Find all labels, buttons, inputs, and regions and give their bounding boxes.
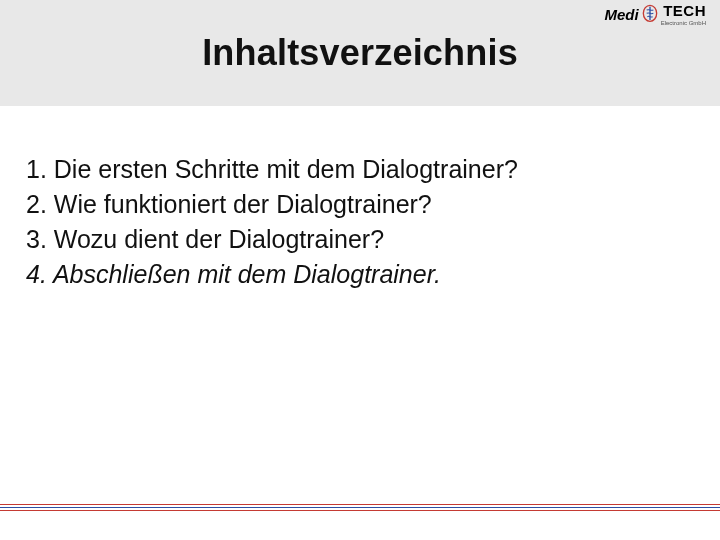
slide: Inhaltsverzeichnis Medi TECH Electronic …: [0, 0, 720, 540]
footer-divider: [0, 504, 720, 512]
brand-subtext: Electronic GmbH: [661, 20, 706, 26]
divider-line-red: [0, 504, 720, 505]
item-number: 4.: [26, 260, 47, 288]
list-item: 2. Wie funktioniert der Dialogtrainer?: [26, 187, 694, 222]
brand-left: Medi: [604, 6, 638, 23]
item-number: 2.: [26, 190, 47, 218]
item-number: 1.: [26, 155, 47, 183]
page-title: Inhaltsverzeichnis: [202, 32, 518, 74]
brand-logo: Medi TECH Electronic GmbH: [604, 2, 706, 26]
divider-line-red: [0, 510, 720, 511]
caduceus-icon: [642, 4, 658, 24]
list-item: 1. Die ersten Schritte mit dem Dialogtra…: [26, 152, 694, 187]
toc-list: 1. Die ersten Schritte mit dem Dialogtra…: [26, 152, 694, 292]
item-text: Wozu dient der Dialogtrainer?: [54, 225, 384, 253]
divider-line-blue: [0, 507, 720, 508]
item-text: Wie funktioniert der Dialogtrainer?: [54, 190, 432, 218]
list-item: 3. Wozu dient der Dialogtrainer?: [26, 222, 694, 257]
item-text: Die ersten Schritte mit dem Dialogtraine…: [54, 155, 518, 183]
item-number: 3.: [26, 225, 47, 253]
item-text: Abschließen mit dem Dialogtrainer.: [53, 260, 441, 288]
content-area: 1. Die ersten Schritte mit dem Dialogtra…: [0, 106, 720, 540]
brand-right: TECH: [663, 2, 706, 19]
list-item: 4. Abschließen mit dem Dialogtrainer.: [26, 257, 694, 292]
title-bar: Inhaltsverzeichnis Medi TECH Electronic …: [0, 0, 720, 106]
